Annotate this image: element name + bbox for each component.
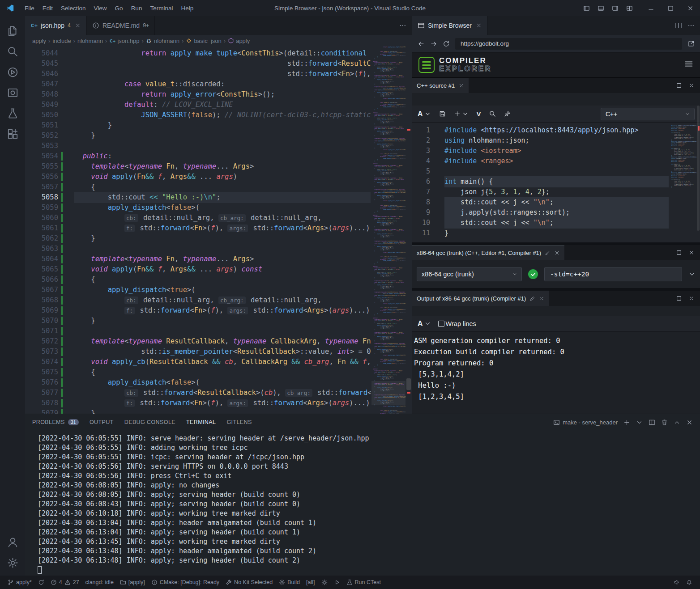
vim-mode-button[interactable]: V [477,110,481,118]
panel-tab-gitlens[interactable]: GITLENS [226,414,252,430]
open-external-icon[interactable] [687,40,695,47]
menu-terminal[interactable]: Terminal [146,0,177,16]
close-tab-icon[interactable] [476,22,482,29]
close-window-button[interactable] [680,0,700,16]
close-pane-icon[interactable] [554,250,560,256]
activity-run-debug[interactable] [2,62,23,82]
editor-more-actions-icon[interactable] [399,22,406,29]
split-terminal-icon[interactable] [649,419,655,426]
maximize-button[interactable] [661,0,680,16]
activity-account[interactable] [2,532,23,552]
kill-terminal-icon[interactable] [661,419,668,426]
browser-more-actions-icon[interactable] [687,22,695,29]
toggle-secondary-sidebar-icon[interactable] [608,0,622,16]
customize-layout-icon[interactable] [622,0,636,16]
breadcrumb-apply[interactable]: apply [32,38,46,44]
toggle-sidebar-icon[interactable] [579,0,593,16]
problems[interactable]: 427 [47,576,82,589]
menu-file[interactable]: File [21,0,38,16]
compiler-explorer-logo-icon[interactable] [418,57,435,73]
font-size-button[interactable]: A [418,320,431,328]
source-pane-tab[interactable]: C++ source #1 [412,78,469,93]
menu-selection[interactable]: Selection [57,0,90,16]
close-pane-icon[interactable] [688,250,695,256]
terminal[interactable]: [2022-04-30 06:05:55] INFO: serve_header… [25,430,700,576]
menu-help[interactable]: Help [177,0,197,16]
cmake-folder[interactable]: [apply] [117,576,148,589]
compiler-options-input[interactable]: -std=c++20 [544,267,682,281]
compiler-select[interactable]: x86-64 gcc (trunk) [417,267,522,281]
close-pane-icon[interactable] [688,295,695,301]
breadcrumb-apply[interactable]: apply [228,38,250,44]
forward-icon[interactable] [430,40,437,47]
panel-tab-problems[interactable]: PROBLEMS31 [32,414,79,430]
save-icon[interactable] [439,110,446,117]
sync-changes[interactable] [35,576,47,589]
breadcrumb-basic_json[interactable]: basic_json [186,38,221,44]
activity-gear[interactable] [2,552,23,573]
menu-edit[interactable]: Edit [38,0,57,16]
maximize-pane-icon[interactable] [676,250,682,256]
godbolt-minimap[interactable]: #include <https://localhost:8443/apply/j… [671,125,696,188]
scrollbar-slider[interactable] [406,378,411,390]
close-pane-icon[interactable] [688,82,695,89]
output-pane-tab[interactable]: Output of x86-64 gcc (trunk) (Compiler #… [412,291,549,306]
webview-scrollbar[interactable] [696,79,700,414]
maximize-pane-icon[interactable] [676,295,682,301]
close-panel-icon[interactable] [686,419,693,426]
minimap-viewport[interactable] [371,381,405,405]
close-pane-icon[interactable] [539,296,545,301]
cmake-status[interactable]: CMake: [Debug]: Ready [148,576,222,589]
terminal-picker-icon[interactable] [636,419,643,426]
minimize-button[interactable] [641,0,661,16]
language-select[interactable]: C++ [601,108,695,120]
cmake-target[interactable]: [all] [303,576,318,589]
breadcrumb-nlohmann[interactable]: nlohmann [77,38,103,44]
url-input[interactable] [455,38,682,50]
add-pane-button[interactable] [454,110,469,117]
menu-run[interactable]: Run [127,0,146,16]
tab-README.md[interactable]: README.md9+ [87,16,155,35]
godbolt-code-area[interactable]: #include <https://localhost:8443/apply/j… [444,125,669,242]
back-icon[interactable] [418,40,425,47]
notifications[interactable] [683,576,696,589]
split-editor-icon[interactable] [675,22,682,29]
hamburger-menu-icon[interactable] [684,59,694,71]
activity-preview[interactable] [2,82,23,103]
pin-icon[interactable] [504,110,511,117]
wrap-lines-checkbox[interactable]: Wrap lines [438,320,476,327]
panel-tab-terminal[interactable]: TERMINAL [186,414,216,430]
libraries-dropdown-icon[interactable] [688,271,696,278]
close-pane-icon[interactable] [458,83,464,89]
cmake-launch[interactable] [331,576,343,589]
feedback[interactable] [670,576,683,589]
cmake-kit[interactable]: No Kit Selected [222,576,276,589]
activity-extensions[interactable] [2,123,23,144]
breadcrumb-nlohmann[interactable]: {}nlohmann [146,38,179,44]
panel-tab-output[interactable]: OUTPUT [90,414,114,430]
maximize-panel-icon[interactable] [674,419,680,426]
editor-code-area[interactable]: return apply_make_tuple<ConstThis>(detai… [74,48,371,414]
tab-json.hpp[interactable]: C+json.hpp4 [25,16,87,35]
run-ctest[interactable]: Run CTest [343,576,384,589]
terminal-task[interactable]: make - serve_header [553,419,618,426]
activity-testing[interactable] [2,103,23,123]
activity-explorer[interactable] [2,21,23,41]
panel-tab-debug-console[interactable]: DEBUG CONSOLE [124,414,175,430]
menu-go[interactable]: Go [111,0,127,16]
rename-pane-icon[interactable] [529,296,535,301]
code-editor[interactable]: 5044504550465047504850495050505150525053… [25,47,412,414]
editor-scrollbar[interactable] [405,47,412,414]
tab-simple-browser[interactable]: Simple Browser [412,16,488,35]
minimap[interactable]: return apply_make_tuple<ConstThis>(detai… [371,47,405,414]
breadcrumb-include[interactable]: include [52,38,71,44]
clangd-status[interactable]: clangd: idle [82,576,117,589]
breadcrumb-json.hpp[interactable]: C+json.hpp [109,38,139,44]
activity-search[interactable] [2,41,23,62]
search-icon[interactable] [489,110,496,117]
new-terminal-icon[interactable] [623,419,630,426]
git-branch[interactable]: apply* [4,576,35,589]
toggle-panel-icon[interactable] [593,0,608,16]
menu-view[interactable]: View [90,0,111,16]
compiler-pane-tab[interactable]: x86-64 gcc (trunk) (C++, Editor #1, Comp… [412,245,564,260]
